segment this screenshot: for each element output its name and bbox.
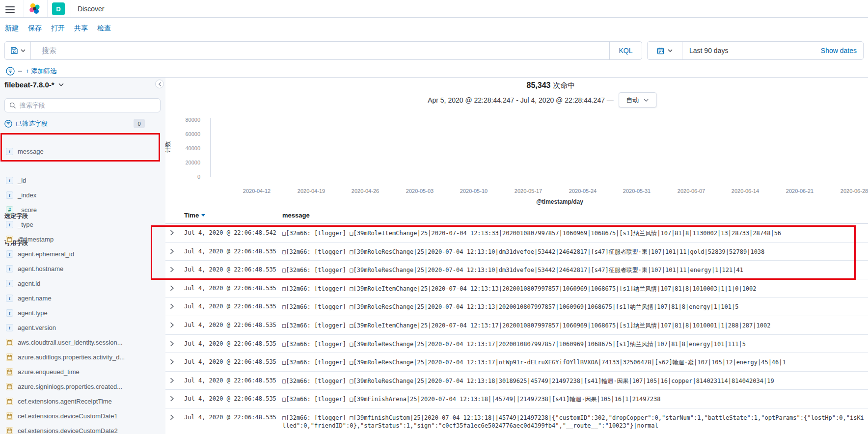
menu-item-new[interactable]: 新建 xyxy=(5,24,19,33)
collapse-sidebar-button[interactable] xyxy=(155,80,164,88)
y-tick-label: 80000 xyxy=(167,117,200,123)
x-tick-label: 2020-06-28 xyxy=(841,188,868,194)
chevron-down-icon xyxy=(668,49,673,52)
field-name: _id xyxy=(18,177,26,184)
expand-row-icon[interactable] xyxy=(170,248,174,254)
field-item-agent.ephemeral_id[interactable]: tagent.ephemeral_id xyxy=(0,246,165,261)
row-time: Jul 4, 2020 @ 22:06:48.535 xyxy=(184,322,276,328)
field-item-aws.cloudtrail.user_identity.session...[interactable]: aws.cloudtrail.user_identity.session... xyxy=(0,335,165,350)
chevron-down-icon xyxy=(21,49,26,52)
row-message: □[32m66: [tlogger] □[39mRoleResChange|25… xyxy=(282,303,864,311)
field-name: _score xyxy=(18,206,37,214)
date-field-icon xyxy=(6,427,13,434)
table-row: Jul 4, 2020 @ 22:06:48.535□[32m66: [tlog… xyxy=(165,335,868,353)
date-field-icon xyxy=(6,368,13,376)
expand-row-icon[interactable] xyxy=(170,341,174,347)
menu-item-save[interactable]: 保存 xyxy=(28,24,42,33)
field-item-agent.hostname[interactable]: tagent.hostname xyxy=(0,261,165,276)
x-tick-label: 2020-04-19 xyxy=(298,188,325,194)
menu-hamburger-icon[interactable] xyxy=(5,4,15,13)
table-header: Time message xyxy=(165,209,868,224)
field-name: agent.name xyxy=(18,295,52,302)
row-time: Jul 4, 2020 @ 22:06:48.535 xyxy=(184,358,276,365)
x-tick-label: 2020-05-24 xyxy=(569,188,597,194)
string-field-icon: t xyxy=(6,280,13,287)
x-axis-line xyxy=(210,177,868,177)
field-item-agent.type[interactable]: tagent.type xyxy=(0,305,165,320)
field-item-@timestamp[interactable]: @timestamp xyxy=(0,232,165,246)
field-item-cef.extensions.devicecustomdate2[interactable]: cef.extensions.deviceCustomDate2 xyxy=(0,423,165,434)
row-time: Jul 4, 2020 @ 22:06:48.535 xyxy=(184,340,276,347)
expand-row-icon[interactable] xyxy=(170,359,174,365)
search-input[interactable]: 搜索 xyxy=(42,42,56,59)
table-row: Jul 4, 2020 @ 22:06:48.535□[32m66: [tlog… xyxy=(165,243,868,261)
table-row: Jul 4, 2020 @ 22:06:48.535□[32m66: [tlog… xyxy=(165,298,868,316)
y-tick-label: 0 xyxy=(167,174,200,180)
x-tick-label: 2020-04-26 xyxy=(352,188,379,194)
row-message: □[32m66: [tlogger] □[39mRoleResChange|25… xyxy=(282,358,864,366)
date-field-icon xyxy=(6,412,13,420)
hits-label: 次命中 xyxy=(553,81,575,89)
row-message: □[32m66: [tlogger] □[39mRoleResChange|25… xyxy=(282,266,864,274)
filter-icon[interactable] xyxy=(6,67,15,76)
index-pattern-selector[interactable]: filebeat-7.8.0-* xyxy=(4,81,64,89)
field-item-_index[interactable]: t_index xyxy=(0,188,165,202)
space-avatar-badge[interactable]: D xyxy=(52,2,65,15)
show-dates-button[interactable]: Show dates xyxy=(821,42,857,59)
menu-item-open[interactable]: 打开 xyxy=(51,24,65,33)
expand-row-icon[interactable] xyxy=(170,267,174,272)
expand-row-icon[interactable] xyxy=(170,396,174,402)
field-item-_score[interactable]: #_score xyxy=(0,202,165,217)
x-tick-label: 2020-06-21 xyxy=(786,188,814,194)
field-item-azure.auditlogs.properties.activity_d...[interactable]: azure.auditlogs.properties.activity_d... xyxy=(0,350,165,364)
add-filter-button[interactable]: + 添加筛选 xyxy=(26,67,56,76)
field-item-agent.version[interactable]: tagent.version xyxy=(0,320,165,335)
table-row: Jul 4, 2020 @ 22:06:48.535□[32m66: [tlog… xyxy=(165,353,868,372)
field-item-agent.name[interactable]: tagent.name xyxy=(0,291,165,305)
time-range-value[interactable]: Last 90 days xyxy=(689,42,728,59)
expand-row-icon[interactable] xyxy=(170,230,174,236)
field-item-_id[interactable]: t_id xyxy=(0,173,165,188)
field-item-_type[interactable]: t_type xyxy=(0,217,165,232)
menu-item-share[interactable]: 共享 xyxy=(74,24,88,33)
field-item-azure.signinlogs.properties.created...[interactable]: azure.signinlogs.properties.created... xyxy=(0,379,165,394)
filtered-fields-toggle[interactable]: 已筛选字段 xyxy=(4,119,48,129)
x-tick-label: 2020-05-31 xyxy=(623,188,651,194)
chevron-down-icon xyxy=(58,83,64,86)
date-quick-select-button[interactable] xyxy=(648,42,682,59)
field-item-cef.extensions.agentreceipttime[interactable]: cef.extensions.agentReceiptTime xyxy=(0,394,165,408)
saved-query-button[interactable] xyxy=(5,42,31,59)
field-name: _type xyxy=(18,221,33,228)
table-row: Jul 4, 2020 @ 22:06:48.535□[32m66: [tlog… xyxy=(165,261,868,279)
row-message: □[32m66: [tlogger] □[39mRoleResChange|25… xyxy=(282,377,864,385)
field-item-cef.extensions.devicecustomdate1[interactable]: cef.extensions.deviceCustomDate1 xyxy=(0,408,165,423)
field-search-input[interactable]: 搜索字段 xyxy=(4,98,161,112)
histogram-range-line: Apr 5, 2020 @ 22:28:44.247 - Jul 4, 2020… xyxy=(428,92,656,108)
menu-item-inspect[interactable]: 检查 xyxy=(97,24,111,33)
column-header-time[interactable]: Time xyxy=(184,212,205,219)
table-row: Jul 4, 2020 @ 22:06:48.535□[32m66: [tlog… xyxy=(165,372,868,390)
x-tick-label: 2020-05-03 xyxy=(406,188,434,194)
selected-field-message[interactable]: t message xyxy=(0,146,165,156)
available-fields-list: t_idt_index#_scoret_type@timestamptagent… xyxy=(0,173,165,434)
string-field-icon: t xyxy=(6,250,13,258)
field-name: cef.extensions.deviceCustomDate2 xyxy=(18,427,118,434)
expand-row-icon[interactable] xyxy=(170,414,174,420)
interval-select[interactable]: 自动 xyxy=(619,92,656,108)
field-name: aws.cloudtrail.user_identity.session... xyxy=(18,339,123,346)
expand-row-icon[interactable] xyxy=(170,322,174,328)
expand-row-icon[interactable] xyxy=(170,303,174,309)
field-item-agent.id[interactable]: tagent.id xyxy=(0,276,165,291)
elastic-logo-icon[interactable] xyxy=(28,2,41,15)
table-row: Jul 4, 2020 @ 22:06:48.535□[32m66: [tlog… xyxy=(165,279,868,298)
table-row: Jul 4, 2020 @ 22:06:48.535□[32m66: [tlog… xyxy=(165,390,868,408)
expand-row-icon[interactable] xyxy=(170,378,174,383)
kql-toggle-button[interactable]: KQL xyxy=(609,42,642,59)
calendar-icon xyxy=(657,47,664,54)
expand-row-icon[interactable] xyxy=(170,285,174,291)
field-item-azure.enqueued_time[interactable]: azure.enqueued_time xyxy=(0,364,165,379)
x-tick-label: 2020-06-07 xyxy=(678,188,705,194)
sort-desc-icon xyxy=(201,214,205,217)
row-time: Jul 4, 2020 @ 22:06:48.542 xyxy=(184,229,276,236)
field-name: azure.signinlogs.properties.created... xyxy=(18,383,122,390)
